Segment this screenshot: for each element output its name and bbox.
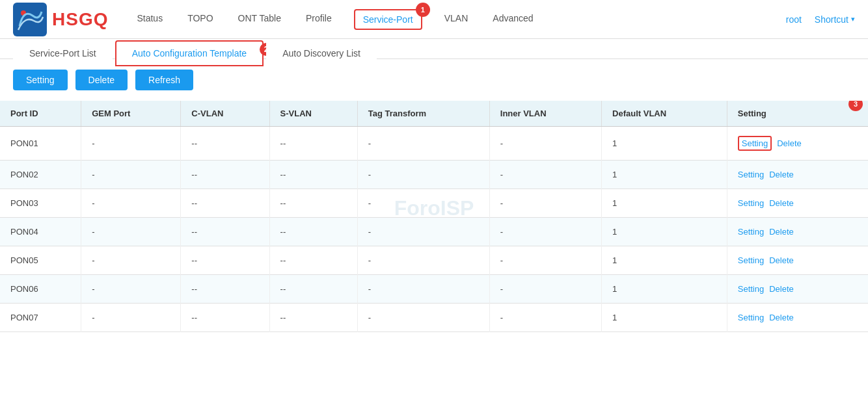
row-delete-link[interactable]: Delete	[777, 138, 802, 148]
row-setting-link[interactable]: Setting	[738, 255, 764, 265]
tab-service-port-list[interactable]: Service-Port List	[13, 41, 113, 66]
row-delete-link[interactable]: Delete	[769, 284, 794, 294]
main-table: Port ID GEM Port C-VLAN S-VLAN Tag Trans…	[0, 101, 868, 332]
cell-tag-transform: -	[357, 275, 489, 304]
row-delete-link[interactable]: Delete	[769, 255, 794, 265]
setting-button[interactable]: Setting	[13, 70, 68, 90]
col-s-vlan: S-VLAN	[269, 101, 357, 127]
logo-area: HSGQ	[13, 3, 108, 36]
chevron-down-icon: ▾	[851, 15, 855, 23]
tab-wrapper-service-port-list: Service-Port List	[13, 48, 115, 58]
row-delete-link[interactable]: Delete	[769, 313, 794, 322]
cell-actions: Setting Delete	[727, 246, 868, 275]
cell-s-vlan: --	[269, 304, 357, 332]
cell-tag-transform: -	[357, 218, 489, 246]
cell-actions: Setting Delete	[727, 127, 868, 161]
table-row: PON03-------1 Setting Delete	[0, 189, 868, 218]
table-row: PON01-------1 Setting Delete	[0, 127, 868, 161]
nav-item-vlan[interactable]: VLAN	[442, 1, 471, 37]
cell-gem-port: -	[81, 218, 181, 246]
cell-inner-vlan: -	[489, 275, 601, 304]
row-delete-link[interactable]: Delete	[769, 170, 794, 179]
cell-port-id: PON02	[0, 161, 81, 189]
nav-right: root Shortcut ▾	[786, 14, 855, 25]
tab-auto-config-template[interactable]: Auto Configuration Template	[115, 40, 264, 66]
nav-item-advanced[interactable]: Advanced	[490, 1, 536, 37]
cell-default-vlan: 1	[602, 218, 727, 246]
cell-inner-vlan: -	[489, 127, 601, 161]
table-row: PON06-------1 Setting Delete	[0, 275, 868, 304]
cell-inner-vlan: -	[489, 189, 601, 218]
cell-port-id: PON07	[0, 304, 81, 332]
cell-gem-port: -	[81, 127, 181, 161]
tab-auto-discovery-list[interactable]: Auto Discovery List	[266, 41, 377, 66]
cell-c-vlan: --	[181, 161, 269, 189]
tab-wrapper-auto-discovery: Auto Discovery List	[266, 48, 379, 58]
cell-c-vlan: --	[181, 304, 269, 332]
nav-item-ont-table[interactable]: ONT Table	[236, 1, 284, 37]
cell-gem-port: -	[81, 189, 181, 218]
cell-s-vlan: --	[269, 246, 357, 275]
row-setting-link[interactable]: Setting	[738, 227, 764, 237]
cell-gem-port: -	[81, 161, 181, 189]
nav-item-profile[interactable]: Profile	[303, 1, 334, 37]
table-container: Port ID GEM Port C-VLAN S-VLAN Tag Trans…	[0, 101, 868, 332]
cell-inner-vlan: -	[489, 161, 601, 189]
cell-c-vlan: --	[181, 246, 269, 275]
nav-item-status[interactable]: Status	[134, 1, 165, 37]
cell-default-vlan: 1	[602, 246, 727, 275]
table-row: PON02-------1 Setting Delete	[0, 161, 868, 189]
cell-c-vlan: --	[181, 127, 269, 161]
cell-s-vlan: --	[269, 161, 357, 189]
logo-icon	[13, 3, 47, 36]
cell-actions: Setting Delete	[727, 304, 868, 332]
cell-s-vlan: --	[269, 127, 357, 161]
main-nav: Status TOPO ONT Table Profile Service-Po…	[134, 1, 785, 37]
row-setting-link[interactable]: Setting	[742, 138, 768, 148]
cell-actions: Setting Delete	[727, 218, 868, 246]
cell-tag-transform: -	[357, 304, 489, 332]
cell-port-id: PON05	[0, 246, 81, 275]
cell-s-vlan: --	[269, 189, 357, 218]
cell-c-vlan: --	[181, 275, 269, 304]
col-port-id: Port ID	[0, 101, 81, 127]
table-body: PON01-------1 Setting Delete PON02------…	[0, 127, 868, 332]
cell-tag-transform: -	[357, 161, 489, 189]
col-default-vlan: Default VLAN	[602, 101, 727, 127]
cell-tag-transform: -	[357, 246, 489, 275]
delete-button[interactable]: Delete	[75, 70, 128, 90]
nav-badge-1: 1	[416, 3, 430, 17]
cell-c-vlan: --	[181, 218, 269, 246]
col-inner-vlan: Inner VLAN	[489, 101, 601, 127]
cell-actions: Setting Delete	[727, 161, 868, 189]
cell-default-vlan: 1	[602, 161, 727, 189]
nav-shortcut[interactable]: Shortcut ▾	[815, 14, 855, 25]
col-tag-transform: Tag Transform	[357, 101, 489, 127]
refresh-button[interactable]: Refresh	[135, 70, 193, 90]
cell-c-vlan: --	[181, 189, 269, 218]
col-c-vlan: C-VLAN	[181, 101, 269, 127]
cell-gem-port: -	[81, 304, 181, 332]
row-delete-link[interactable]: Delete	[769, 198, 794, 208]
cell-default-vlan: 1	[602, 275, 727, 304]
cell-inner-vlan: -	[489, 246, 601, 275]
cell-gem-port: -	[81, 275, 181, 304]
row-setting-link[interactable]: Setting	[738, 313, 764, 322]
cell-default-vlan: 1	[602, 189, 727, 218]
row-setting-link[interactable]: Setting	[738, 284, 764, 294]
nav-user[interactable]: root	[786, 14, 802, 25]
cell-port-id: PON01	[0, 127, 81, 161]
tab-wrapper-auto-config: Auto Configuration Template 2	[115, 48, 266, 58]
col-badge-3: 3	[848, 101, 863, 111]
header: HSGQ Status TOPO ONT Table Profile Servi…	[0, 0, 868, 39]
table-row: PON04-------1 Setting Delete	[0, 218, 868, 246]
row-setting-link[interactable]: Setting	[738, 170, 764, 179]
row-setting-link[interactable]: Setting	[738, 198, 764, 208]
nav-item-service-port[interactable]: Service-Port 1	[354, 9, 422, 30]
nav-item-topo[interactable]: TOPO	[185, 1, 215, 37]
row-delete-link[interactable]: Delete	[769, 227, 794, 237]
cell-port-id: PON03	[0, 189, 81, 218]
cell-tag-transform: -	[357, 189, 489, 218]
logo-text: HSGQ	[52, 9, 108, 30]
cell-port-id: PON06	[0, 275, 81, 304]
